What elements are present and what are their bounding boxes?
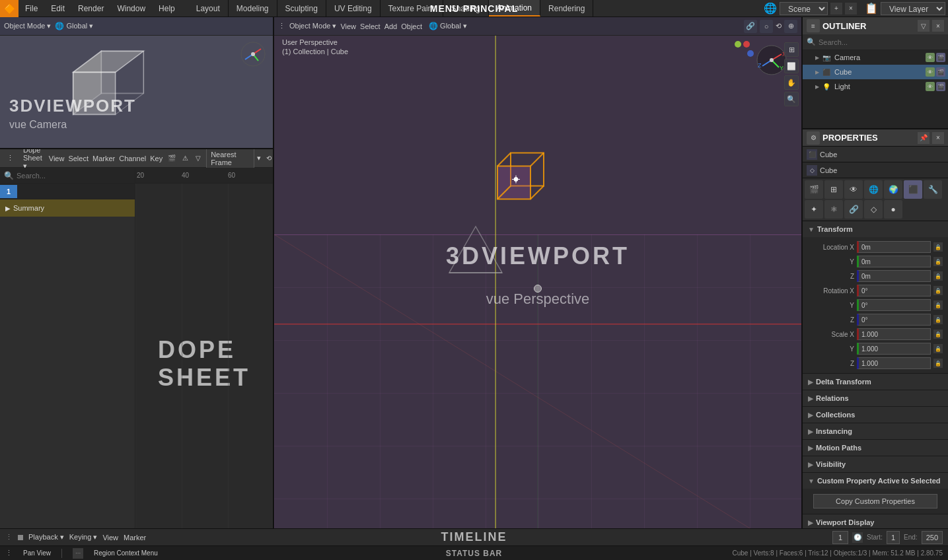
- transform-header[interactable]: ▼ Transform: [803, 221, 948, 237]
- rot-y-value[interactable]: 0°: [857, 299, 931, 311]
- camera-vis[interactable]: 👁: [926, 53, 935, 62]
- prop-tab-scene[interactable]: 🌐: [864, 180, 883, 199]
- keying-selector[interactable]: Keying ▾: [69, 533, 98, 542]
- playback-selector[interactable]: Playback ▾: [28, 533, 64, 542]
- vp-gizmo[interactable]: ⊕: [784, 20, 797, 33]
- ds-nearest-frame[interactable]: Nearest Frame: [206, 149, 254, 168]
- statusbar-left-icon[interactable]: ⋮: [5, 549, 13, 557]
- ds-view[interactable]: View: [49, 155, 65, 162]
- menu-help[interactable]: Help: [152, 0, 182, 17]
- vp-mode-icon[interactable]: ⋮: [278, 22, 285, 30]
- prop-tab-output[interactable]: ⊞: [824, 180, 843, 199]
- rot-x-lock[interactable]: 🔒: [933, 286, 943, 295]
- loc-y-value[interactable]: 0m: [857, 256, 931, 267]
- prop-tab-physics[interactable]: ⚛: [824, 200, 843, 219]
- properties-icon[interactable]: ⚙: [807, 131, 820, 145]
- loc-y-lock[interactable]: 🔒: [933, 257, 943, 266]
- ds-marker[interactable]: Marker: [92, 155, 115, 162]
- scene-add-btn[interactable]: +: [830, 3, 842, 15]
- loc-x-value[interactable]: 0m: [857, 241, 931, 253]
- ds-channel[interactable]: Channel: [119, 155, 146, 162]
- timeline-end-value[interactable]: 250: [922, 531, 943, 544]
- tab-layout[interactable]: Layout: [188, 0, 229, 17]
- ds-sync[interactable]: ⟲: [264, 152, 273, 165]
- light-vis[interactable]: 👁: [926, 82, 935, 91]
- rot-z-lock[interactable]: 🔒: [933, 315, 943, 324]
- loc-x-lock[interactable]: 🔒: [933, 242, 943, 252]
- outliner-item-camera[interactable]: ▶ 📷 Camera 👁 🎬: [803, 50, 948, 65]
- vp-tool-search[interactable]: 🔍: [784, 92, 799, 106]
- vp-tool-grid[interactable]: ⊞: [784, 42, 799, 57]
- prop-tab-object[interactable]: ⬛: [904, 180, 922, 199]
- outliner-filter[interactable]: ▽: [918, 20, 930, 32]
- outliner-search-input[interactable]: [819, 38, 944, 46]
- timeline-start-value[interactable]: 1: [887, 531, 900, 544]
- vp-select[interactable]: Select: [360, 22, 381, 30]
- scene-selector[interactable]: Scene: [780, 2, 828, 15]
- menu-edit[interactable]: Edit: [44, 0, 71, 17]
- ds-summary-row[interactable]: ▶ Summary: [0, 199, 135, 217]
- relations-header[interactable]: ▶ Relations: [803, 390, 948, 406]
- timeline-view[interactable]: View: [102, 534, 118, 542]
- delta-header[interactable]: ▶ Delta Transform: [803, 374, 948, 390]
- view-layer-selector[interactable]: View Layer: [881, 2, 945, 15]
- scale-x-value[interactable]: 1.000: [857, 328, 931, 340]
- ds-select[interactable]: Select: [68, 155, 89, 162]
- tab-sculpting[interactable]: Sculpting: [277, 0, 326, 17]
- properties-pin[interactable]: 📌: [918, 132, 930, 144]
- scale-x-lock[interactable]: 🔒: [933, 330, 943, 339]
- scene-remove-btn[interactable]: ×: [845, 3, 857, 15]
- prop-tab-world[interactable]: 🌍: [884, 180, 902, 199]
- tab-rendering[interactable]: Rendering: [540, 0, 593, 17]
- vp-cam-mode-selector[interactable]: Object Mode ▾: [4, 22, 51, 30]
- outliner-icon[interactable]: ≡: [807, 19, 820, 32]
- vp-tool-hand[interactable]: ✋: [784, 75, 799, 90]
- tab-uv-editing[interactable]: UV Editing: [326, 0, 381, 17]
- prop-tab-render[interactable]: 🎬: [805, 180, 823, 199]
- outliner-x[interactable]: ×: [932, 20, 944, 32]
- copy-custom-btn[interactable]: Copy Custom Properties: [813, 494, 937, 508]
- properties-x[interactable]: ×: [932, 132, 944, 144]
- menu-window[interactable]: Window: [110, 0, 152, 17]
- scale-z-lock[interactable]: 🔒: [933, 359, 943, 368]
- timeline-current-frame[interactable]: 1: [832, 531, 848, 544]
- custom-active-header[interactable]: ▼ Custom Property Active to Selected: [803, 473, 948, 489]
- vp-object[interactable]: Object: [401, 22, 422, 30]
- rot-x-value[interactable]: 0°: [857, 285, 931, 297]
- light-render[interactable]: 🎬: [936, 82, 945, 91]
- vp-add[interactable]: Add: [384, 22, 398, 30]
- camera-render[interactable]: 🎬: [936, 53, 945, 62]
- ds-search-input[interactable]: [17, 172, 131, 180]
- cube-vis[interactable]: 👁: [926, 67, 935, 77]
- vp-tool-cube[interactable]: ⬜: [784, 59, 799, 73]
- ds-dropdown[interactable]: ▾: [257, 154, 261, 162]
- scale-y-value[interactable]: 1.000: [857, 343, 931, 355]
- ds-key[interactable]: Key: [150, 155, 163, 162]
- loc-z-value[interactable]: 0m: [857, 270, 931, 282]
- ds-filter[interactable]: ▽: [193, 152, 203, 165]
- rot-y-lock[interactable]: 🔒: [933, 300, 943, 310]
- vp-snapping[interactable]: 🔗: [744, 20, 757, 33]
- prop-tab-data[interactable]: ◇: [864, 200, 883, 219]
- menu-file[interactable]: File: [18, 0, 44, 17]
- vp-cam-global[interactable]: 🌐 Global ▾: [55, 22, 93, 30]
- scale-z-value[interactable]: 1.000: [857, 357, 931, 369]
- vp-sync[interactable]: ⟲: [776, 22, 782, 30]
- ds-tool1[interactable]: 🎬: [166, 152, 177, 165]
- vp-mode-selector[interactable]: Object Mode ▾: [289, 22, 336, 30]
- vp-view[interactable]: View: [340, 22, 356, 30]
- tab-modeling[interactable]: Modeling: [229, 0, 277, 17]
- outliner-item-light[interactable]: ▶ 💡 Light 👁 🎬: [803, 79, 948, 94]
- cube-render[interactable]: 🎬: [936, 67, 945, 77]
- visibility-header[interactable]: ▶ Visibility: [803, 456, 948, 472]
- motion-paths-header[interactable]: ▶ Motion Paths: [803, 440, 948, 456]
- vp-global-selector[interactable]: 🌐 Global ▾: [429, 22, 467, 30]
- loc-z-lock[interactable]: 🔒: [933, 271, 943, 281]
- vp-proportional[interactable]: ○: [760, 20, 773, 33]
- prop-tab-constraints[interactable]: 🔗: [844, 200, 863, 219]
- timeline-icon[interactable]: ⋮: [5, 533, 13, 542]
- outliner-item-cube[interactable]: ▶ ⬛ Cube 👁 🎬: [803, 65, 948, 79]
- prop-tab-modifier[interactable]: 🔧: [924, 180, 942, 199]
- ds-mode-icon[interactable]: ⋮: [4, 153, 17, 164]
- instancing-header[interactable]: ▶ Instancing: [803, 423, 948, 439]
